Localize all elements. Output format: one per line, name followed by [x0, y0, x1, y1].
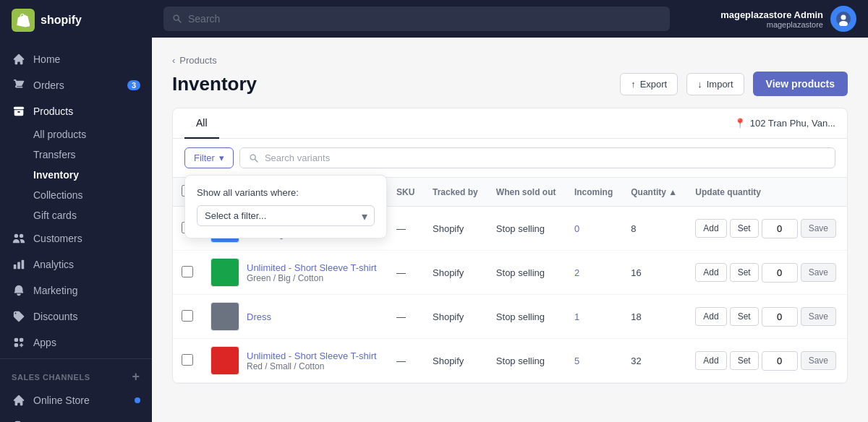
add-sales-channel-icon[interactable]: +	[132, 369, 140, 384]
incoming-link[interactable]: 1	[574, 311, 579, 322]
product-variant: Green / Big / Cotton	[247, 273, 377, 283]
import-button[interactable]: ↓ Import	[686, 73, 744, 95]
incoming-link[interactable]: 5	[574, 356, 579, 366]
search-bar[interactable]	[163, 7, 670, 31]
filter-select-wrapper: Select a filter...	[197, 205, 375, 226]
pos-icon	[12, 419, 26, 422]
product-image	[210, 258, 239, 287]
sidebar-item-label: Customers	[33, 233, 82, 244]
svg-point-1	[841, 15, 846, 20]
chevron-left-icon: ‹	[172, 55, 175, 66]
sidebar-sub-gift-cards[interactable]: Gift cards	[0, 205, 152, 225]
sidebar-item-apps[interactable]: Apps	[0, 330, 152, 356]
row-checkbox[interactable]	[182, 354, 193, 366]
sidebar-item-orders[interactable]: Orders 3	[0, 72, 152, 98]
qty-actions: Add Set Save	[695, 263, 838, 283]
set-button[interactable]: Set	[730, 263, 759, 282]
filter-select[interactable]: Select a filter...	[197, 205, 375, 226]
sidebar-item-label: Products	[33, 106, 73, 117]
filter-dropdown-label: Show all variants where:	[197, 187, 375, 198]
sidebar-sub-transfers[interactable]: Transfers	[0, 145, 152, 165]
sidebar-item-point-of-sale[interactable]: Point of Sale	[0, 413, 152, 422]
sidebar-item-label: Home	[33, 53, 60, 65]
products-icon	[12, 104, 26, 119]
qty-input[interactable]	[762, 263, 798, 283]
search-variants-placeholder: Search variants	[265, 152, 330, 163]
row-checkbox[interactable]	[182, 266, 193, 277]
sidebar: shopify Home Orders 3 Products All p	[0, 0, 152, 422]
marketing-icon	[12, 283, 26, 298]
product-name[interactable]: Dress	[247, 311, 271, 322]
chevron-down-icon: ▾	[219, 152, 224, 163]
when-sold-out-cell: Stop selling	[488, 207, 566, 251]
sku-cell: —	[388, 339, 424, 383]
export-icon: ↑	[631, 79, 636, 90]
product-name[interactable]: Unlimited - Short Sleeve T-shirt	[247, 262, 377, 273]
page-title: Inventory	[172, 73, 257, 95]
quantity-cell: 32	[622, 339, 686, 383]
sidebar-logo[interactable]: shopify	[0, 0, 152, 40]
home-icon	[12, 52, 26, 66]
sidebar-sub-inventory[interactable]: Inventory	[0, 165, 152, 185]
sales-channels-label: SALES CHANNELS	[12, 373, 90, 382]
set-button[interactable]: Set	[730, 351, 759, 370]
location-badge[interactable]: 📍 102 Tran Phu, Van...	[734, 118, 835, 129]
sidebar-item-online-store[interactable]: Online Store	[0, 387, 152, 413]
customers-icon	[12, 231, 26, 246]
search-icon	[172, 14, 182, 24]
sidebar-item-label: Orders	[33, 79, 64, 91]
sidebar-item-analytics[interactable]: Analytics	[0, 251, 152, 277]
add-button[interactable]: Add	[695, 307, 726, 326]
incoming-link[interactable]: 0	[574, 223, 579, 234]
sidebar-item-home[interactable]: Home	[0, 46, 152, 72]
add-button[interactable]: Add	[695, 263, 726, 282]
shopify-logo-icon	[12, 9, 35, 32]
col-quantity: Quantity ▲	[622, 178, 686, 207]
sidebar-navigation: Home Orders 3 Products All products Tran…	[0, 40, 152, 422]
add-button[interactable]: Add	[695, 351, 726, 370]
save-button[interactable]: Save	[801, 263, 836, 282]
analytics-icon	[12, 257, 26, 272]
avatar-icon	[836, 12, 851, 26]
sidebar-item-marketing[interactable]: Marketing	[0, 277, 152, 303]
save-button[interactable]: Save	[801, 351, 836, 370]
export-button[interactable]: ↑ Export	[620, 73, 678, 95]
qty-input[interactable]	[762, 351, 798, 371]
qty-input[interactable]	[762, 219, 798, 238]
set-button[interactable]: Set	[730, 307, 759, 326]
col-incoming: Incoming	[566, 178, 622, 207]
product-name[interactable]: Unlimited - Short Sleeve T-shirt	[247, 350, 377, 361]
sidebar-item-label: Marketing	[33, 285, 77, 296]
tracked-by-cell: Shopify	[424, 339, 488, 383]
tab-all[interactable]: All	[184, 108, 219, 139]
product-image	[210, 346, 239, 375]
filter-label: Filter	[194, 152, 215, 163]
page-actions: ↑ Export ↓ Import View products	[620, 72, 848, 96]
sidebar-sub-all-products[interactable]: All products	[0, 124, 152, 145]
filter-bar: Filter ▾ Search variants Show all varian…	[173, 139, 847, 178]
filter-button[interactable]: Filter ▾	[184, 147, 234, 168]
incoming-link[interactable]: 2	[574, 267, 579, 278]
location-text: 102 Tran Phu, Van...	[750, 118, 835, 129]
search-input[interactable]	[188, 13, 661, 25]
add-button[interactable]: Add	[695, 219, 726, 238]
user-info: mageplazastore Admin mageplazastore	[720, 9, 823, 29]
save-button[interactable]: Save	[801, 307, 836, 326]
tracked-by-cell: Shopify	[424, 251, 488, 295]
breadcrumb[interactable]: ‹ Products	[172, 55, 848, 66]
qty-actions: Add Set Save	[695, 307, 838, 327]
col-when-sold-out: When sold out	[488, 178, 566, 207]
qty-input[interactable]	[762, 307, 798, 327]
tracked-by-cell: Shopify	[424, 295, 488, 339]
set-button[interactable]: Set	[730, 219, 759, 238]
sidebar-item-customers[interactable]: Customers	[0, 225, 152, 251]
sidebar-item-products[interactable]: Products	[0, 98, 152, 124]
search-variants-bar[interactable]: Search variants	[239, 147, 835, 168]
view-products-button[interactable]: View products	[753, 72, 848, 96]
sidebar-sub-collections[interactable]: Collections	[0, 185, 152, 205]
avatar[interactable]	[830, 6, 856, 32]
when-sold-out-cell: Stop selling	[488, 251, 566, 295]
row-checkbox[interactable]	[182, 310, 193, 322]
save-button[interactable]: Save	[801, 219, 836, 238]
sidebar-item-discounts[interactable]: Discounts	[0, 303, 152, 330]
